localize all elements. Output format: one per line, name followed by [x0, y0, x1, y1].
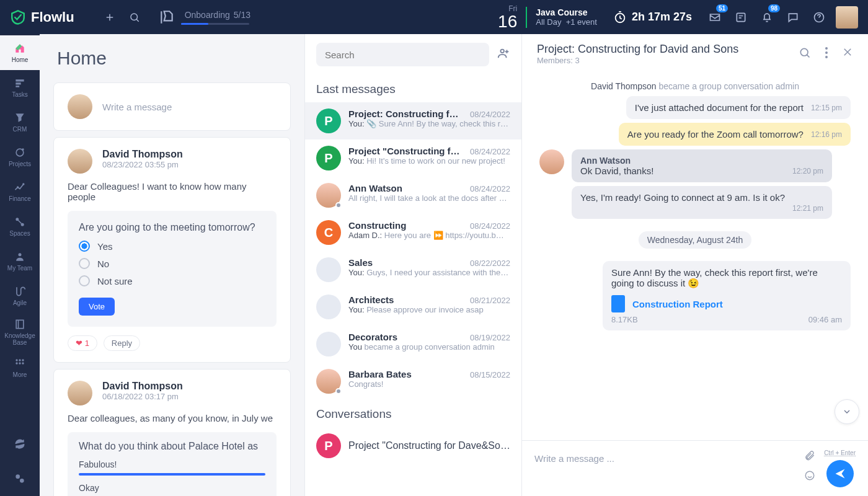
svg-rect-5	[16, 82, 20, 84]
bell-icon[interactable]: 98	[756, 7, 777, 28]
scroll-down-button[interactable]	[835, 399, 859, 424]
conversation-list: PProject: Constructing f…08/24/2022You: …	[305, 102, 521, 400]
conversation-item[interactable]: Decorators08/19/2022You became a group c…	[305, 326, 521, 363]
add-icon[interactable]	[99, 7, 120, 28]
conversation-preview: You: 📎 Sure Ann! By the way, check this …	[348, 119, 510, 128]
conversation-item[interactable]: PProject "Constructing f…08/24/2022You: …	[305, 140, 521, 177]
chat-message[interactable]: Ann Watson Ok David, thanks!12:20 pm	[572, 149, 832, 182]
conversation-preview: Congrats!	[348, 379, 510, 389]
app-logo[interactable]: Flowlu	[10, 9, 74, 25]
nav-refresh-icon[interactable]	[0, 427, 40, 461]
chat-icon[interactable]	[782, 7, 804, 28]
add-group-icon[interactable]	[497, 46, 510, 63]
conversation-avatar: P	[316, 433, 341, 458]
svg-point-21	[16, 475, 19, 478]
calendar-event-title: Java Course	[536, 7, 597, 17]
conversation-item[interactable]: P Project "Constructing for Dave&So…	[305, 427, 521, 464]
nav-agile[interactable]: Agile	[0, 278, 40, 313]
svg-point-18	[16, 362, 17, 364]
chat-message-self[interactable]: Sure Ann! By the way, check this report …	[603, 261, 851, 330]
nav-crm[interactable]: CRM	[0, 105, 40, 140]
nav-spaces[interactable]: Spaces	[0, 209, 40, 244]
search-icon[interactable]	[124, 7, 145, 28]
conversation-preview: Adam D.: Here you are ⏩ https://youtu.b…	[348, 231, 510, 240]
nav-settings-icon[interactable]	[0, 461, 40, 496]
nav-kb[interactable]: Knowledge Base	[0, 313, 40, 350]
post-author[interactable]: David Thompson	[102, 381, 183, 392]
poll-bar	[79, 473, 265, 476]
svg-point-10	[22, 183, 24, 185]
post-date: 08/23/2022 03:55 pm	[102, 160, 183, 169]
nav-label: Finance	[9, 195, 31, 202]
calendar-widget[interactable]: Fri 16 Java Course All Day +1 event	[498, 4, 597, 30]
chat-search-icon[interactable]	[799, 46, 811, 61]
poll-card: Are you going to the meeting tomorrow? Y…	[68, 211, 277, 327]
nav-myteam[interactable]: My Team	[0, 244, 40, 278]
poll-answer[interactable]: Fabulous!	[79, 459, 265, 469]
conversation-item[interactable]: Ann Watson08/24/2022All right, I will ta…	[305, 177, 521, 214]
nav-tasks[interactable]: Tasks	[0, 70, 40, 105]
poll-option[interactable]: Yes	[79, 241, 265, 252]
compose-placeholder[interactable]: Write a message	[102, 102, 172, 112]
top-icons: 51 98	[704, 7, 830, 28]
author-avatar[interactable]	[68, 149, 92, 174]
file-attachment[interactable]: Construction Report	[611, 295, 842, 312]
chat-title: Project: Constructing for David and Sons	[537, 43, 738, 56]
poll-option[interactable]: No	[79, 258, 265, 269]
nav-home[interactable]: Home	[0, 35, 40, 70]
message-from: Ann Watson	[580, 156, 823, 166]
author-avatar[interactable]	[68, 381, 92, 405]
conversation-name: Project "Constructing for Dave&So…	[348, 440, 510, 451]
poll-answer[interactable]: Okay	[79, 483, 265, 493]
conversation-name: Ann Watson	[348, 183, 402, 193]
notes-icon[interactable]	[730, 7, 751, 28]
conversation-item[interactable]: Sales08/22/2022You: Guys, I need your as…	[305, 251, 521, 288]
message-time: 12:15 pm	[811, 104, 842, 112]
conversation-item[interactable]: PProject: Constructing f…08/24/2022You: …	[305, 102, 521, 140]
conversation-item[interactable]: Architects08/21/2022You: Please approve …	[305, 288, 521, 326]
conversation-name: Barbara Bates	[348, 369, 412, 379]
sender-avatar[interactable]	[539, 149, 564, 174]
svg-point-20	[22, 362, 24, 364]
inbox-icon[interactable]: 51	[704, 7, 725, 28]
profile-avatar[interactable]	[836, 6, 858, 29]
poll-card: What do you think about Palace Hotel as …	[68, 432, 277, 496]
svg-point-19	[19, 362, 20, 364]
calendar-event-extra: +1 event	[566, 17, 597, 27]
reply-chip[interactable]: Reply	[104, 335, 140, 351]
timer-widget[interactable]: 2h 17m 27s	[613, 11, 692, 24]
nav-more[interactable]: More	[0, 350, 40, 385]
chat-message[interactable]: Yes, I'm ready! Going to connect at 9 am…	[572, 186, 832, 219]
nav-finance[interactable]: Finance	[0, 174, 40, 209]
svg-point-25	[825, 47, 828, 50]
help-icon[interactable]	[808, 7, 830, 28]
system-message: David Thompson became a group conversati…	[539, 81, 851, 91]
conversation-item[interactable]: CConstructing08/24/2022Adam D.: Here you…	[305, 214, 521, 251]
conversations-title: Conversations	[305, 400, 521, 427]
onboarding-widget[interactable]: Onboarding5/13	[159, 9, 250, 25]
chat-message-self[interactable]: I've just attached document for the repo…	[626, 96, 851, 119]
emoji-icon[interactable]	[804, 470, 815, 484]
poll-option[interactable]: Not sure	[79, 275, 265, 286]
feed-post: David Thompson 06/18/2022 03:17 pm Dear …	[53, 369, 291, 496]
post-author[interactable]: David Thompson	[102, 149, 183, 160]
chat-message-self[interactable]: Are you ready for the Zoom call tomorrow…	[619, 123, 851, 146]
compose-card[interactable]: Write a message	[53, 82, 291, 131]
chat-close-icon[interactable]	[842, 46, 853, 61]
chat-more-icon[interactable]	[825, 46, 828, 61]
message-input[interactable]	[534, 450, 795, 467]
onboarding-progress: 5/13	[234, 10, 250, 20]
file-icon	[611, 295, 625, 312]
conversation-preview: You: Guys, I need your assistance with t…	[348, 268, 510, 277]
nav-projects[interactable]: Projects	[0, 140, 40, 174]
poll-question: What do you think about Palace Hotel as	[79, 441, 265, 452]
vote-button[interactable]: Vote	[79, 298, 115, 316]
like-chip[interactable]: ❤ 1	[68, 335, 97, 351]
conversation-date: 08/24/2022	[470, 147, 510, 156]
send-button[interactable]	[826, 460, 854, 487]
search-input[interactable]	[316, 43, 489, 66]
svg-point-13	[19, 253, 22, 256]
conversation-item[interactable]: Barbara Bates08/15/2022Congrats!	[305, 363, 521, 400]
svg-point-8	[22, 148, 24, 150]
attach-icon[interactable]	[804, 450, 815, 464]
